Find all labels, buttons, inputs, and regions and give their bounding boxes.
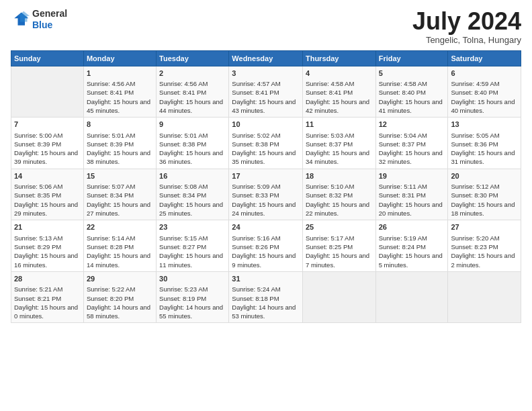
day-cell: 22Sunrise: 5:14 AMSunset: 8:28 PMDayligh… [83, 220, 156, 272]
sunrise-text: Sunrise: 5:16 AM [232, 234, 300, 242]
sunset-text: Sunset: 8:32 PM [306, 191, 373, 199]
day-number: 7 [14, 120, 81, 130]
sunset-text: Sunset: 8:34 PM [159, 191, 226, 199]
daylight-text: Daylight: 15 hours and 35 minutes. [232, 148, 300, 167]
sunset-text: Sunset: 8:23 PM [451, 242, 518, 251]
day-cell: 12Sunrise: 5:04 AMSunset: 8:37 PMDayligh… [375, 118, 448, 169]
day-number: 2 [159, 68, 226, 79]
daylight-text: Daylight: 15 hours and 41 minutes. [379, 97, 445, 116]
sunrise-text: Sunrise: 5:14 AM [87, 234, 153, 242]
day-number: 20 [451, 171, 518, 181]
sunset-text: Sunset: 8:31 PM [379, 191, 445, 199]
daylight-text: Daylight: 15 hours and 5 minutes. [379, 251, 445, 269]
sunrise-text: Sunrise: 5:13 AM [14, 234, 81, 242]
sunrise-text: Sunrise: 5:21 AM [14, 285, 81, 293]
day-cell: 7Sunrise: 5:00 AMSunset: 8:39 PMDaylight… [11, 118, 84, 169]
day-cell: 15Sunrise: 5:07 AMSunset: 8:34 PMDayligh… [83, 169, 156, 220]
sunset-text: Sunset: 8:28 PM [87, 242, 153, 251]
day-number: 4 [306, 68, 373, 79]
column-header-wednesday: Wednesday [229, 50, 303, 66]
day-cell: 31Sunrise: 5:24 AMSunset: 8:18 PMDayligh… [229, 271, 303, 323]
day-cell: 17Sunrise: 5:09 AMSunset: 8:33 PMDayligh… [229, 169, 303, 220]
column-header-saturday: Saturday [448, 50, 521, 66]
sunrise-text: Sunrise: 5:10 AM [306, 182, 373, 191]
sunrise-text: Sunrise: 5:11 AM [379, 182, 445, 191]
daylight-text: Daylight: 15 hours and 11 minutes. [159, 251, 226, 269]
column-header-monday: Monday [83, 50, 156, 66]
daylight-text: Daylight: 15 hours and 45 minutes. [87, 97, 153, 116]
calendar-table: SundayMondayTuesdayWednesdayThursdayFrid… [11, 50, 521, 324]
day-cell: 5Sunrise: 4:58 AMSunset: 8:40 PMDaylight… [375, 66, 448, 118]
column-header-thursday: Thursday [302, 50, 375, 66]
day-cell: 27Sunrise: 5:20 AMSunset: 8:23 PMDayligh… [448, 220, 521, 272]
day-cell: 30Sunrise: 5:23 AMSunset: 8:19 PMDayligh… [157, 271, 229, 323]
sunset-text: Sunset: 8:36 PM [451, 140, 518, 148]
day-number: 29 [87, 274, 153, 284]
header-row: SundayMondayTuesdayWednesdayThursdayFrid… [11, 50, 521, 66]
day-number: 28 [14, 274, 81, 284]
daylight-text: Daylight: 15 hours and 24 minutes. [232, 200, 300, 218]
daylight-text: Daylight: 15 hours and 14 minutes. [87, 251, 153, 269]
sunrise-text: Sunrise: 5:05 AM [451, 131, 518, 140]
sunset-text: Sunset: 8:20 PM [87, 294, 153, 303]
day-cell: 16Sunrise: 5:08 AMSunset: 8:34 PMDayligh… [157, 169, 229, 220]
title-block: July 2024 Tengelic, Tolna, Hungary [412, 8, 521, 45]
sunset-text: Sunset: 8:38 PM [159, 140, 226, 148]
daylight-text: Daylight: 15 hours and 25 minutes. [159, 200, 226, 218]
logo-general: General [32, 8, 67, 19]
daylight-text: Daylight: 15 hours and 39 minutes. [14, 148, 81, 167]
logo: GeneralBlue [11, 8, 67, 31]
daylight-text: Daylight: 15 hours and 38 minutes. [87, 148, 153, 167]
sunrise-text: Sunrise: 5:04 AM [379, 131, 445, 140]
daylight-text: Daylight: 15 hours and 22 minutes. [306, 200, 373, 218]
sunrise-text: Sunrise: 5:00 AM [14, 131, 81, 140]
day-cell: 2Sunrise: 4:56 AMSunset: 8:41 PMDaylight… [157, 66, 229, 118]
day-number: 11 [306, 120, 373, 130]
sunset-text: Sunset: 8:27 PM [159, 242, 226, 251]
sunrise-text: Sunrise: 4:56 AM [87, 79, 153, 88]
day-number: 26 [379, 222, 445, 232]
day-cell: 26Sunrise: 5:19 AMSunset: 8:24 PMDayligh… [375, 220, 448, 272]
sunset-text: Sunset: 8:40 PM [379, 88, 445, 97]
day-cell: 28Sunrise: 5:21 AMSunset: 8:21 PMDayligh… [11, 271, 84, 323]
week-row-2: 7Sunrise: 5:00 AMSunset: 8:39 PMDaylight… [11, 118, 521, 169]
day-cell: 25Sunrise: 5:17 AMSunset: 8:25 PMDayligh… [302, 220, 375, 272]
calendar-page: GeneralBlue July 2024 Tengelic, Tolna, H… [0, 0, 532, 411]
sunrise-text: Sunrise: 5:17 AM [306, 234, 373, 242]
day-number: 21 [14, 222, 81, 232]
sunrise-text: Sunrise: 5:06 AM [14, 182, 81, 191]
day-number: 10 [232, 120, 300, 130]
sunset-text: Sunset: 8:21 PM [14, 294, 81, 303]
sunrise-text: Sunrise: 5:23 AM [159, 285, 226, 293]
sunset-text: Sunset: 8:26 PM [232, 242, 300, 251]
day-number: 12 [379, 120, 445, 130]
daylight-text: Daylight: 15 hours and 18 minutes. [451, 200, 518, 218]
day-cell: 19Sunrise: 5:11 AMSunset: 8:31 PMDayligh… [375, 169, 448, 220]
sunset-text: Sunset: 8:39 PM [14, 140, 81, 148]
week-row-3: 14Sunrise: 5:06 AMSunset: 8:35 PMDayligh… [11, 169, 521, 220]
day-cell [375, 271, 448, 323]
sunset-text: Sunset: 8:25 PM [306, 242, 373, 251]
day-cell: 6Sunrise: 4:59 AMSunset: 8:40 PMDaylight… [448, 66, 521, 118]
day-number: 3 [232, 68, 300, 79]
sunrise-text: Sunrise: 4:59 AM [451, 79, 518, 88]
day-number: 19 [379, 171, 445, 181]
sunrise-text: Sunrise: 5:07 AM [87, 182, 153, 191]
day-number: 6 [451, 68, 518, 79]
day-cell: 4Sunrise: 4:58 AMSunset: 8:41 PMDaylight… [302, 66, 375, 118]
sunrise-text: Sunrise: 5:01 AM [159, 131, 226, 140]
day-number: 31 [232, 274, 300, 284]
column-header-tuesday: Tuesday [157, 50, 229, 66]
sunrise-text: Sunrise: 4:58 AM [306, 79, 373, 88]
daylight-text: Daylight: 15 hours and 7 minutes. [306, 251, 373, 269]
day-number: 25 [306, 222, 373, 232]
daylight-text: Daylight: 14 hours and 53 minutes. [232, 303, 300, 321]
day-cell: 9Sunrise: 5:01 AMSunset: 8:38 PMDaylight… [157, 118, 229, 169]
sunrise-text: Sunrise: 5:12 AM [451, 182, 518, 191]
logo-blue: Blue [32, 19, 52, 30]
day-cell: 10Sunrise: 5:02 AMSunset: 8:38 PMDayligh… [229, 118, 303, 169]
sunrise-text: Sunrise: 5:15 AM [159, 234, 226, 242]
day-cell: 21Sunrise: 5:13 AMSunset: 8:29 PMDayligh… [11, 220, 84, 272]
sunset-text: Sunset: 8:24 PM [379, 242, 445, 251]
daylight-text: Daylight: 15 hours and 20 minutes. [379, 200, 445, 218]
